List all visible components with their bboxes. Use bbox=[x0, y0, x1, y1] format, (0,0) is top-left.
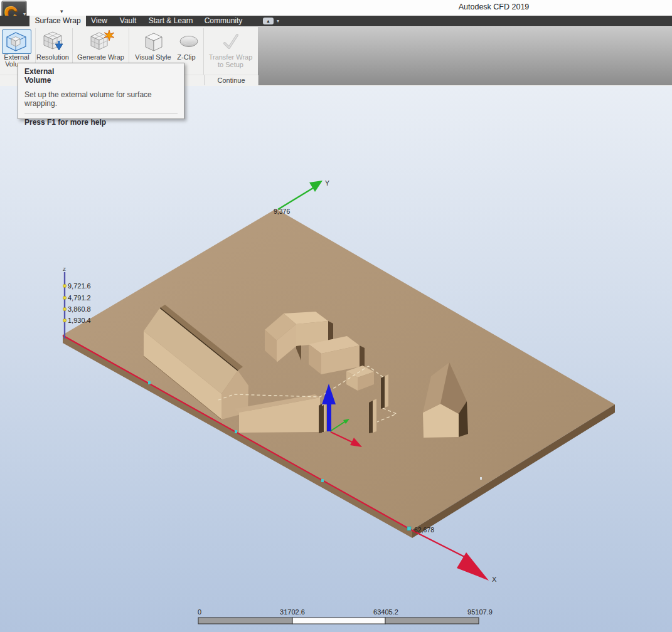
ruler-tick bbox=[148, 381, 151, 384]
corner-handle bbox=[407, 527, 411, 530]
z-tick bbox=[63, 307, 66, 310]
y-extent-label: 9,376 bbox=[274, 208, 290, 215]
app-window: Autodesk CFD 2019 ▾ C ▾ Surface Wrap Vie… bbox=[0, 0, 672, 632]
transfer-wrap-button[interactable] bbox=[220, 28, 242, 56]
z-tick bbox=[63, 296, 66, 299]
selection-highlight bbox=[2, 29, 31, 54]
tab-start-learn[interactable]: Start & Learn bbox=[146, 16, 195, 26]
tab-view[interactable]: View bbox=[88, 16, 110, 26]
ruler-tick bbox=[480, 477, 482, 480]
scale-tick-label: 0 bbox=[198, 608, 201, 616]
ruler-tick bbox=[321, 479, 324, 482]
tooltip-footer: Press F1 for more help bbox=[24, 113, 178, 127]
scale-tick-label: 63405.2 bbox=[373, 608, 398, 616]
tooltip-title-line1: External bbox=[24, 67, 178, 76]
generate-wrap-icon bbox=[87, 30, 115, 55]
generate-wrap-label: Generate Wrap bbox=[74, 54, 127, 61]
tooltip-external-volume: External Volume Set up the external volu… bbox=[18, 63, 184, 119]
continue-group-label[interactable]: Continue bbox=[204, 75, 259, 85]
scale-tick-label: 95107.9 bbox=[467, 608, 493, 616]
ribbon-empty-area bbox=[258, 27, 672, 85]
chevron-down-icon: ▾ bbox=[277, 18, 279, 24]
window-title: Autodesk CFD 2019 bbox=[376, 3, 611, 11]
z-axis-label: Z bbox=[63, 266, 66, 272]
menu-bar: Surface Wrap View Vault Start & Learn Co… bbox=[0, 16, 672, 26]
triad-z bbox=[327, 402, 331, 431]
external-volume-icon bbox=[3, 30, 29, 52]
z-tick bbox=[63, 319, 66, 322]
z-tick-label: 4,791.2 bbox=[68, 294, 91, 302]
x-axis-label: X bbox=[492, 576, 497, 583]
visual-style-icon bbox=[142, 31, 165, 55]
chevron-down-icon[interactable]: ▾ bbox=[60, 8, 63, 14]
scale-tick-label: 31702.6 bbox=[280, 608, 305, 616]
ribbon-collapse-button[interactable]: ▲ ▾ bbox=[263, 18, 282, 25]
resolution-label: Resolution bbox=[35, 54, 71, 61]
z-tick bbox=[63, 284, 66, 287]
viewport[interactable]: 62,678 X 9,376 Y Z 9,721.6 4,791.2 3,860… bbox=[0, 86, 672, 632]
ruler-tick bbox=[235, 430, 237, 433]
tab-vault[interactable]: Vault bbox=[116, 16, 140, 26]
transfer-wrap-label-1: Transfer Wrap bbox=[204, 54, 257, 61]
ribbon-separator bbox=[203, 28, 204, 75]
title-bar: Autodesk CFD 2019 ▾ bbox=[0, 0, 672, 16]
tooltip-description: Set up the external volume for surface w… bbox=[24, 90, 178, 108]
checkmark-icon bbox=[220, 31, 242, 54]
z-tick-label: 9,721.6 bbox=[68, 282, 91, 290]
viewport-3d-canvas[interactable]: 62,678 X 9,376 Y Z 9,721.6 4,791.2 3,860… bbox=[0, 86, 672, 632]
collapse-ribbon-icon: ▲ bbox=[263, 18, 274, 24]
resolution-icon bbox=[38, 30, 69, 55]
y-axis-label: Y bbox=[325, 179, 329, 187]
tab-community[interactable]: Community bbox=[201, 16, 246, 26]
tab-surface-wrap[interactable]: Surface Wrap bbox=[29, 16, 86, 26]
z-clip-label: Z-Clip bbox=[172, 54, 201, 61]
transfer-wrap-label-2: to Setup bbox=[204, 61, 257, 68]
z-tick-label: 3,860.8 bbox=[68, 305, 91, 313]
z-tick-label: 1,930.4 bbox=[68, 317, 91, 324]
visual-style-label: Visual Style bbox=[135, 54, 171, 61]
tooltip-title-line2: Volume bbox=[24, 76, 178, 85]
x-extent-label: 62,678 bbox=[414, 526, 434, 534]
